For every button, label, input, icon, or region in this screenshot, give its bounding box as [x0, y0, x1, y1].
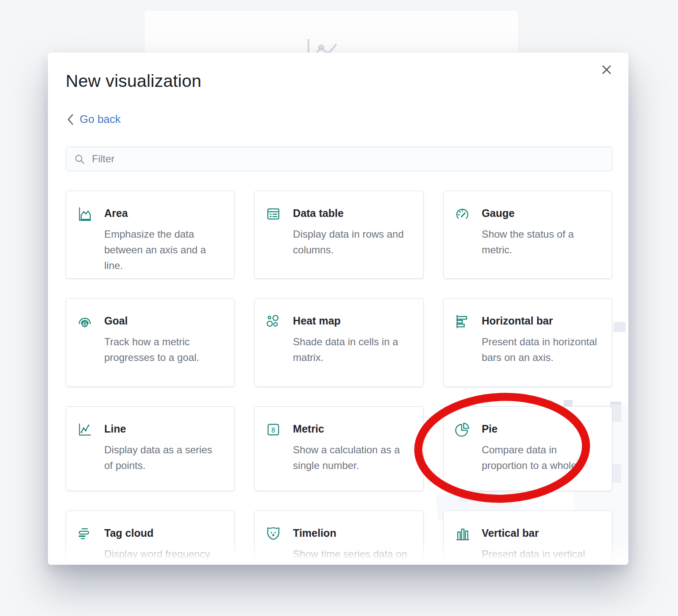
card-horizontal-bar[interactable]: Horizontal bar Present data in horizonta…	[443, 298, 612, 387]
card-title: Vertical bar	[482, 527, 601, 539]
gauge-icon	[455, 206, 470, 222]
card-description: Present data in horizontal bars on an ax…	[482, 334, 601, 365]
search-icon	[74, 153, 85, 165]
card-vertical-bar[interactable]: Vertical bar Present data in vertical ba…	[443, 511, 612, 565]
card-heat-map[interactable]: Heat map Shade data in cells in a matrix…	[254, 298, 423, 387]
card-description: Compare data in proportion to a whole.	[482, 442, 601, 473]
card-title: Heat map	[293, 315, 412, 327]
card-title: Metric	[293, 423, 412, 435]
metric-icon: 8	[266, 422, 281, 437]
svg-text:8: 8	[272, 427, 275, 434]
card-goal[interactable]: 8 Goal Track how a metric progresses to …	[66, 298, 235, 387]
tag-cloud-icon	[77, 526, 92, 541]
background-artifact	[614, 322, 625, 332]
data-table-icon	[266, 206, 281, 222]
chevron-left-icon	[67, 114, 74, 125]
go-back-link[interactable]: Go back	[67, 113, 121, 126]
card-description: Present data in vertical bars on an axis…	[482, 546, 601, 565]
card-title: Timelion	[293, 527, 412, 539]
filter-search-box	[66, 147, 612, 171]
close-button[interactable]	[599, 62, 614, 77]
new-visualization-modal: New visualization Go back Area Emphasize…	[48, 53, 628, 565]
card-description: Shade data in cells in a matrix.	[293, 334, 412, 365]
vertical-bar-icon	[455, 526, 470, 541]
line-chart-icon	[77, 422, 92, 437]
card-data-table[interactable]: Data table Display data in rows and colu…	[254, 191, 423, 279]
card-pie[interactable]: Pie Compare data in proportion to a whol…	[443, 406, 612, 491]
svg-text:8: 8	[83, 322, 86, 327]
card-title: Gauge	[482, 207, 601, 219]
card-description: Display data in rows and columns.	[293, 226, 412, 258]
card-description: Display data as a series of points.	[104, 442, 223, 473]
horizontal-bar-icon	[455, 314, 470, 329]
card-metric[interactable]: 8 Metric Show a calculation as a single …	[254, 406, 423, 491]
modal-title: New visualization	[66, 71, 201, 91]
go-back-label: Go back	[80, 113, 121, 126]
heat-map-icon	[266, 314, 281, 329]
area-chart-icon	[77, 206, 92, 222]
card-description: Emphasize the data between an axis and a…	[104, 226, 223, 273]
visualization-type-grid: Area Emphasize the data between an axis …	[66, 191, 612, 565]
goal-icon: 8	[77, 314, 92, 329]
card-title: Pie	[482, 423, 601, 435]
card-timelion[interactable]: Timelion Show time series data on a grap…	[254, 511, 423, 565]
card-title: Horizontal bar	[482, 315, 601, 327]
card-line[interactable]: Line Display data as a series of points.	[66, 406, 235, 491]
card-title: Area	[104, 207, 223, 219]
card-title: Tag cloud	[104, 527, 223, 539]
card-description: Show time series data on a graph.	[293, 546, 412, 565]
card-area[interactable]: Area Emphasize the data between an axis …	[66, 191, 235, 279]
card-description: Track how a metric progresses to a goal.	[104, 334, 223, 365]
card-tag-cloud[interactable]: Tag cloud Display word frequency with fo…	[66, 511, 235, 565]
pie-chart-icon	[455, 422, 470, 437]
card-title: Data table	[293, 207, 412, 219]
filter-input[interactable]	[92, 153, 604, 165]
page: { "modal": { "title": "New visualization…	[0, 0, 678, 616]
card-title: Goal	[104, 315, 223, 327]
close-icon	[601, 64, 612, 75]
card-description: Show a calculation as a single number.	[293, 442, 412, 473]
card-title: Line	[104, 423, 223, 435]
timelion-icon	[266, 526, 281, 541]
card-description: Display word frequency with font size.	[104, 546, 223, 565]
card-description: Show the status of a metric.	[482, 226, 601, 258]
card-gauge[interactable]: Gauge Show the status of a metric.	[443, 191, 612, 279]
